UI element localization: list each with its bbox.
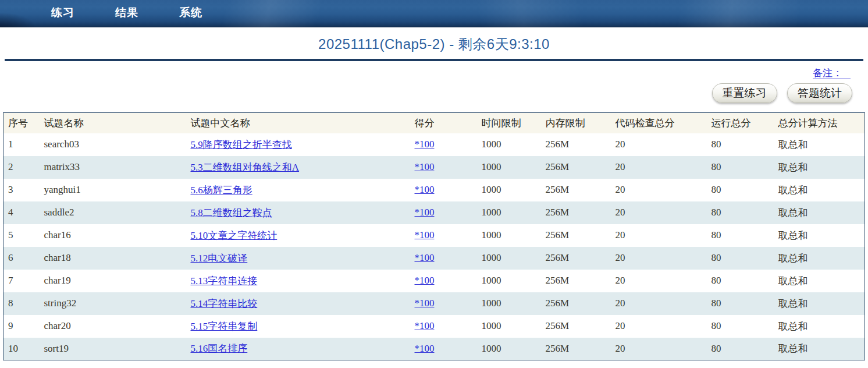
problem-cname-link[interactable]: 5.8二维数组之鞍点	[191, 207, 272, 218]
cell-index: 1	[3, 133, 40, 156]
cell-time-limit: 1000	[477, 292, 541, 315]
score-link[interactable]: *100	[415, 320, 435, 331]
cell-score-method: 取总和	[774, 156, 865, 179]
col-header-score-method: 总分计算方法	[774, 113, 865, 133]
cell-run-total: 80	[707, 179, 774, 201]
score-link[interactable]: *100	[415, 252, 435, 263]
cell-memory-limit: 256M	[541, 247, 611, 270]
note-row: 备注：	[0, 66, 868, 79]
score-link[interactable]: *100	[415, 343, 435, 354]
cell-score-method: 取总和	[774, 201, 865, 224]
cell-index: 7	[3, 270, 40, 292]
score-link[interactable]: *100	[415, 161, 435, 172]
col-header-problem-name: 试题名称	[40, 113, 186, 133]
cell-index: 8	[3, 292, 40, 315]
table-row: 7 char19 5.13字符串连接 *100 1000 256M 20 80 …	[3, 270, 865, 292]
cell-score-method: 取总和	[774, 179, 865, 201]
nav-item-practice[interactable]: 练习	[51, 5, 74, 20]
cell-score-method: 取总和	[774, 270, 865, 292]
table-row: 5 char16 5.10文章之字符统计 *100 1000 256M 20 8…	[3, 224, 865, 247]
table-row: 8 string32 5.14字符串比较 *100 1000 256M 20 8…	[3, 292, 865, 315]
table-row: 3 yanghui1 5.6杨辉三角形 *100 1000 256M 20 80…	[3, 179, 865, 201]
problem-cname-link[interactable]: 5.3二维数组对角线之和A	[191, 162, 300, 173]
cell-time-limit: 1000	[477, 224, 541, 247]
score-link[interactable]: *100	[415, 207, 435, 218]
col-header-score: 得分	[410, 113, 477, 133]
cell-problem-name: sort19	[40, 338, 186, 360]
problem-cname-link[interactable]: 5.13字符串连接	[191, 275, 258, 286]
cell-code-check-total: 20	[611, 315, 707, 338]
cell-code-check-total: 20	[611, 201, 707, 224]
cell-score-method: 取总和	[774, 315, 865, 338]
problem-cname-link[interactable]: 5.14字符串比较	[191, 298, 258, 309]
cell-run-total: 80	[707, 156, 774, 179]
col-header-code-check-total: 代码检查总分	[611, 113, 707, 133]
col-header-problem-cname: 试题中文名称	[186, 113, 410, 133]
cell-index: 3	[3, 179, 40, 201]
cell-memory-limit: 256M	[541, 133, 611, 156]
top-nav-bar: 练习 结果 系统	[0, 0, 868, 27]
problem-cname-link[interactable]: 5.12电文破译	[191, 253, 248, 264]
cell-score-method: 取总和	[774, 292, 865, 315]
score-link[interactable]: *100	[415, 139, 435, 150]
problem-cname-link[interactable]: 5.15字符串复制	[191, 321, 258, 332]
cell-score-method: 取总和	[774, 338, 865, 360]
cell-time-limit: 1000	[477, 247, 541, 270]
cell-problem-name: char18	[40, 247, 186, 270]
score-link[interactable]: *100	[415, 229, 435, 240]
cell-score-method: 取总和	[774, 247, 865, 270]
note-link[interactable]: 备注：	[813, 68, 851, 79]
cell-run-total: 80	[707, 338, 774, 360]
cell-score-method: 取总和	[774, 224, 865, 247]
score-link[interactable]: *100	[415, 275, 435, 286]
cell-problem-name: char16	[40, 224, 186, 247]
score-link[interactable]: *100	[415, 184, 435, 195]
cell-index: 5	[3, 224, 40, 247]
table-row: 10 sort19 5.16国名排序 *100 1000 256M 20 80 …	[3, 338, 865, 360]
cell-time-limit: 1000	[477, 133, 541, 156]
cell-run-total: 80	[707, 133, 774, 156]
cell-run-total: 80	[707, 247, 774, 270]
cell-code-check-total: 20	[611, 338, 707, 360]
cell-problem-name: string32	[40, 292, 186, 315]
cell-problem-name: saddle2	[40, 201, 186, 224]
cell-time-limit: 1000	[477, 270, 541, 292]
title-divider	[5, 59, 863, 61]
cell-time-limit: 1000	[477, 179, 541, 201]
table-row: 1 search03 5.9降序数组之折半查找 *100 1000 256M 2…	[3, 133, 865, 156]
cell-memory-limit: 256M	[541, 224, 611, 247]
problem-cname-link[interactable]: 5.6杨辉三角形	[191, 185, 252, 196]
cell-memory-limit: 256M	[541, 270, 611, 292]
cell-problem-name: yanghui1	[40, 179, 186, 201]
cell-index: 2	[3, 156, 40, 179]
col-header-index: 序号	[3, 113, 40, 133]
cell-memory-limit: 256M	[541, 156, 611, 179]
table-row: 6 char18 5.12电文破译 *100 1000 256M 20 80 取…	[3, 247, 865, 270]
cell-time-limit: 1000	[477, 156, 541, 179]
cell-run-total: 80	[707, 224, 774, 247]
nav-item-results[interactable]: 结果	[115, 5, 138, 20]
col-header-run-total: 运行总分	[707, 113, 774, 133]
cell-problem-name: matrix33	[40, 156, 186, 179]
col-header-memory-limit: 内存限制	[541, 113, 611, 133]
problem-cname-link[interactable]: 5.10文章之字符统计	[191, 230, 278, 241]
nav-menu: 练习 结果 系统	[0, 0, 868, 25]
cell-index: 10	[3, 338, 40, 360]
cell-code-check-total: 20	[611, 292, 707, 315]
cell-problem-name: char20	[40, 315, 186, 338]
score-link[interactable]: *100	[415, 298, 435, 309]
cell-memory-limit: 256M	[541, 292, 611, 315]
problem-cname-link[interactable]: 5.16国名排序	[191, 343, 248, 354]
answer-statistics-button[interactable]: 答题统计	[787, 83, 852, 103]
nav-item-system[interactable]: 系统	[179, 5, 202, 20]
problem-cname-link[interactable]: 5.9降序数组之折半查找	[191, 139, 292, 150]
cell-memory-limit: 256M	[541, 201, 611, 224]
cell-memory-limit: 256M	[541, 315, 611, 338]
cell-run-total: 80	[707, 292, 774, 315]
cell-run-total: 80	[707, 270, 774, 292]
cell-time-limit: 1000	[477, 201, 541, 224]
col-header-time-limit: 时间限制	[477, 113, 541, 133]
cell-code-check-total: 20	[611, 179, 707, 201]
cell-index: 6	[3, 247, 40, 270]
reset-practice-button[interactable]: 重置练习	[712, 83, 777, 103]
